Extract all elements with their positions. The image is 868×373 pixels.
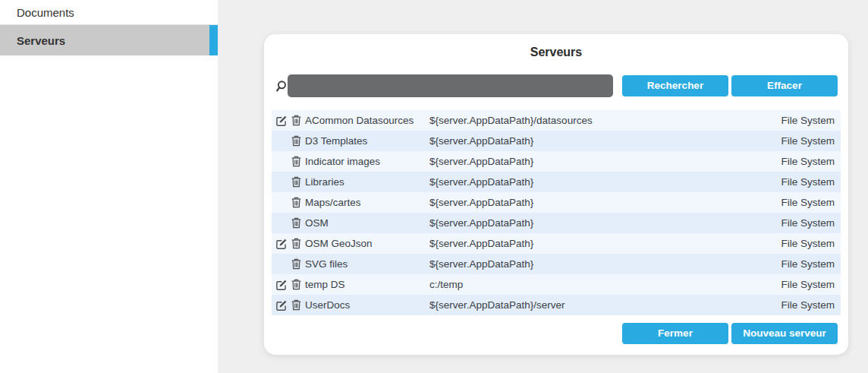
server-path: ${server.AppDataPath}	[429, 217, 781, 229]
sidebar-item-label: Serveurs	[17, 34, 65, 47]
server-type: File System	[781, 135, 836, 147]
server-type: File System	[781, 258, 836, 270]
server-name: ACommon Datasources	[305, 115, 414, 126]
server-type: File System	[781, 299, 836, 311]
trash-icon[interactable]	[291, 176, 301, 188]
server-row-main: temp DS	[275, 278, 429, 291]
trash-icon[interactable]	[291, 238, 301, 250]
search-icon	[275, 79, 288, 93]
edit-icon[interactable]	[275, 237, 288, 250]
sidebar-item-serveurs[interactable]: Serveurs	[0, 25, 218, 55]
sidebar-item-label: Documents	[17, 6, 74, 19]
server-row-main: OSM	[275, 217, 429, 229]
server-path: ${server.AppDataPath}	[429, 258, 781, 270]
search-row: Rechercher Effacer	[275, 74, 838, 97]
server-row: temp DS c:/temp File System	[272, 274, 841, 295]
server-row: OSM GeoJson ${server.AppDataPath} File S…	[272, 233, 841, 254]
server-row: Maps/cartes ${server.AppDataPath} File S…	[272, 192, 841, 213]
trash-icon[interactable]	[291, 258, 301, 270]
server-row: OSM ${server.AppDataPath} File System	[272, 213, 841, 233]
server-row: Libraries ${server.AppDataPath} File Sys…	[272, 172, 841, 192]
edit-icon[interactable]	[275, 114, 288, 127]
trash-icon[interactable]	[291, 135, 301, 147]
sidebar-item-documents[interactable]: Documents	[0, 0, 218, 25]
server-name: OSM GeoJson	[305, 238, 373, 249]
server-row: ACommon Datasources ${server.AppDataPath…	[272, 110, 841, 131]
server-path: ${server.AppDataPath}	[429, 176, 781, 188]
server-row-main: ACommon Datasources	[275, 114, 429, 127]
server-path: ${server.AppDataPath}	[429, 238, 781, 249]
server-row-main: Indicator images	[275, 155, 429, 168]
trash-icon[interactable]	[291, 217, 301, 229]
server-row-main: Maps/cartes	[275, 196, 429, 209]
rechercher-button[interactable]: Rechercher	[622, 75, 728, 96]
server-row: SVG files ${server.AppDataPath} File Sys…	[272, 254, 841, 274]
server-row-main: Libraries	[275, 175, 429, 188]
server-name: D3 Templates	[305, 135, 367, 147]
server-name: Maps/cartes	[305, 197, 361, 208]
trash-icon[interactable]	[291, 299, 301, 311]
server-name: Indicator images	[305, 156, 380, 167]
server-path: ${server.AppDataPath}/datasources	[429, 115, 781, 126]
trash-icon[interactable]	[291, 115, 301, 127]
server-row: D3 Templates ${server.AppDataPath} File …	[272, 131, 841, 151]
trash-icon[interactable]	[291, 156, 301, 168]
server-type: File System	[781, 197, 836, 208]
fermer-button[interactable]: Fermer	[622, 323, 728, 344]
server-row-main: UserDocs	[275, 299, 429, 311]
search-input[interactable]	[288, 74, 613, 97]
server-name: temp DS	[305, 279, 345, 290]
server-row: Indicator images ${server.AppDataPath} F…	[272, 151, 841, 172]
trash-icon[interactable]	[291, 197, 301, 209]
server-type: File System	[781, 115, 836, 126]
server-path: ${server.AppDataPath}	[429, 197, 781, 208]
server-path: ${server.AppDataPath}	[429, 135, 781, 147]
server-row-main: D3 Templates	[275, 134, 429, 147]
server-type: File System	[781, 217, 836, 229]
server-path: ${server.AppDataPath}/server	[429, 299, 781, 311]
server-table: ACommon Datasources ${server.AppDataPath…	[272, 110, 841, 315]
edit-icon[interactable]	[275, 299, 288, 311]
server-type: File System	[781, 156, 836, 167]
server-type: File System	[781, 279, 836, 290]
servers-dialog: Serveurs Rechercher Effacer	[264, 34, 848, 355]
effacer-button[interactable]: Effacer	[731, 75, 838, 96]
server-type: File System	[781, 176, 836, 188]
server-name: SVG files	[305, 258, 348, 270]
selected-accent-bar	[209, 25, 218, 55]
nouveau-serveur-button[interactable]: Nouveau serveur	[731, 323, 838, 344]
server-name: UserDocs	[305, 299, 350, 311]
server-type: File System	[781, 238, 836, 249]
trash-icon[interactable]	[291, 279, 301, 291]
server-name: OSM	[305, 217, 329, 229]
server-row: UserDocs ${server.AppDataPath}/server Fi…	[272, 295, 841, 315]
server-path: ${server.AppDataPath}	[429, 156, 781, 167]
sidebar: Documents Serveurs	[0, 0, 218, 373]
server-name: Libraries	[305, 176, 344, 188]
bottom-actions: Fermer Nouveau serveur	[275, 323, 838, 344]
server-row-main: OSM GeoJson	[275, 237, 429, 250]
server-row-main: SVG files	[275, 258, 429, 270]
dialog-title: Serveurs	[275, 45, 838, 60]
edit-icon[interactable]	[275, 278, 288, 291]
server-path: c:/temp	[429, 279, 781, 290]
